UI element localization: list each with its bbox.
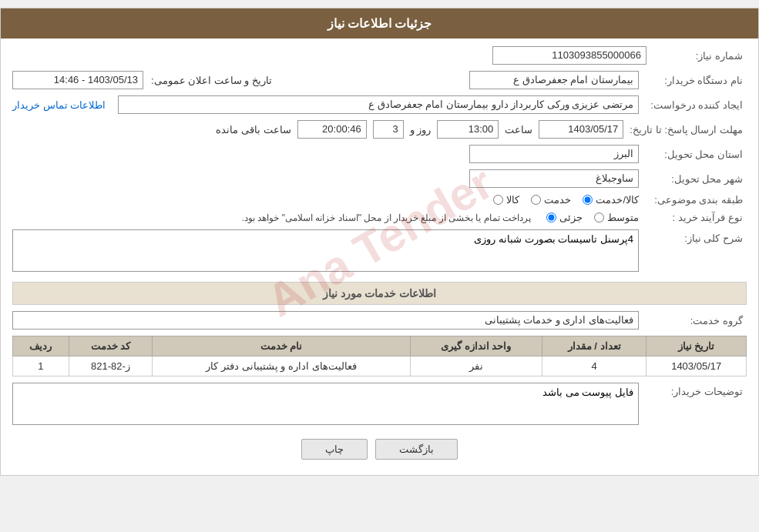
deadline-date: 1403/05/17 [539,120,623,139]
services-section-title: اطلاعات خدمات مورد نیاز [12,282,747,305]
deadline-time-value: 13:00 [437,120,499,139]
description-textarea[interactable] [12,229,639,272]
col-date-header: تاریخ نیاز [646,336,747,356]
need-number-value: 1103093855000066 [492,46,646,65]
services-table: تاریخ نیاز تعداد / مقدار واحد اندازه گیر… [12,336,747,376]
cell-name: فعالیت‌های اداره و پشتیبانی دفتر کار [153,356,411,376]
buyer-name-label: نام دستگاه خریدار: [646,75,747,86]
category-kala-radio[interactable] [493,195,503,205]
buyer-notes-label: توضیحات خریدار: [646,383,747,397]
need-number-label: شماره نیاز: [646,50,747,62]
creator-label: ایجاد کننده درخواست: [646,99,747,111]
public-announce-value: 1403/05/13 - 14:46 [12,71,143,89]
service-group-value: فعالیت‌های اداری و خدمات پشتیبانی [12,311,639,330]
buyer-name-value: بیمارستان امام جعفرصادق ع [469,71,639,89]
category-kala-khedmat-label: کالا/خدمت [596,194,639,206]
category-kala-khedmat-radio[interactable] [583,195,593,205]
province-value: البرز [469,145,639,163]
deadline-remaining-value: 20:00:46 [297,120,367,139]
button-row: بازگشت چاپ [12,439,747,460]
process-note: پرداخت تمام یا بخشی از مبلغ خریدار از مح… [242,212,531,223]
print-button[interactable]: چاپ [301,439,368,460]
process-mottawaset-label: متوسط [607,212,639,223]
public-announce-label: تاریخ و ساعت اعلان عمومی: [151,75,272,86]
category-khedmat-item[interactable]: خدمت [531,194,571,206]
col-count-header: تعداد / مقدار [542,336,646,356]
back-button[interactable]: بازگشت [375,439,458,460]
city-value: ساوجبلاغ [469,169,639,188]
services-table-container: تاریخ نیاز تعداد / مقدار واحد اندازه گیر… [12,336,747,376]
description-label: شرح کلی نیاز: [646,229,747,244]
deadline-days-value: 3 [373,120,404,139]
cell-unit: نفر [410,356,542,376]
deadline-label: مهلت ارسال پاسخ: تا تاریخ: [630,124,747,136]
category-khedmat-radio[interactable] [531,195,541,205]
category-kala-item[interactable]: کالا [493,194,519,206]
category-kala-khedmat-item[interactable]: کالا/خدمت [583,194,639,206]
page-header: جزئیات اطلاعات نیاز [1,8,758,38]
city-label: شهر محل تحویل: [646,173,747,185]
process-jazzi-radio[interactable] [546,212,556,223]
process-radio-group: متوسط جزئی [546,212,639,223]
col-row-header: ردیف [13,336,69,356]
col-unit-header: واحد اندازه گیری [410,336,542,356]
cell-date: 1403/05/17 [646,356,747,376]
table-row: 1403/05/17 4 نفر فعالیت‌های اداره و پشتی… [13,356,747,376]
col-code-header: کد خدمت [69,336,152,356]
service-group-label: گروه خدمت: [646,315,747,326]
category-khedmat-label: خدمت [544,194,571,206]
process-mottawaset-item[interactable]: متوسط [594,212,639,223]
category-label: طبقه بندی موضوعی: [646,194,747,206]
category-kala-label: کالا [506,194,519,206]
contact-info-link[interactable]: اطلاعات تماس خریدار [12,99,106,111]
creator-value: مرتضی عزیزی ورکی کاربرداز دارو بیمارستان… [118,95,639,114]
deadline-days-label: روز و [410,124,432,136]
deadline-time-label: ساعت [505,124,532,136]
category-radio-group: کالا/خدمت خدمت کالا [493,194,639,206]
process-jazzi-item[interactable]: جزئی [546,212,583,223]
cell-row: 1 [13,356,69,376]
cell-count: 4 [542,356,646,376]
col-name-header: نام خدمت [153,336,411,356]
deadline-remaining-label: ساعت باقی مانده [216,124,291,136]
process-jazzi-label: جزئی [559,212,583,223]
process-label: نوع فرآیند خرید : [646,212,747,223]
process-mottawaset-radio[interactable] [594,212,604,223]
province-label: استان محل تحویل: [646,149,747,160]
cell-code: ز-82-821 [69,356,152,376]
buyer-notes-textarea[interactable] [12,383,639,425]
